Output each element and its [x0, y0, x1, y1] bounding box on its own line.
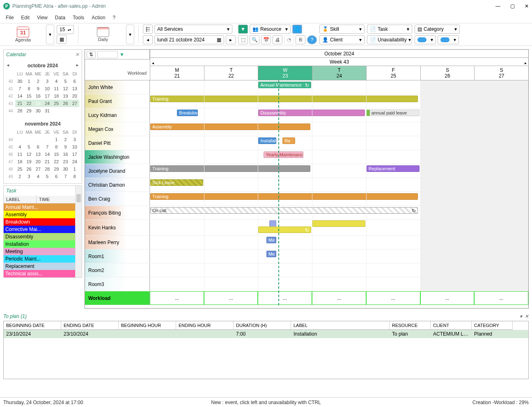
- cal-day[interactable]: 5: [43, 173, 52, 180]
- client-select[interactable]: 👤 Client▾: [319, 35, 365, 44]
- task-bar[interactable]: Installation: [258, 137, 276, 144]
- toplan-col[interactable]: RESOURCE: [390, 321, 431, 330]
- cal-day[interactable]: 30: [15, 78, 24, 85]
- task-scrollbar[interactable]: [75, 186, 82, 277]
- cal-day[interactable]: 2: [61, 136, 70, 143]
- cal-day[interactable]: 18: [15, 158, 24, 165]
- resource-name[interactable]: Jackie Washington: [85, 150, 150, 164]
- daily-button[interactable]: Daily: [83, 27, 124, 42]
- cal-day[interactable]: 24: [70, 158, 79, 165]
- day-header[interactable]: T24: [312, 66, 366, 80]
- cal-day[interactable]: 16: [34, 92, 43, 100]
- cal-day[interactable]: 11: [15, 151, 24, 158]
- cal-day[interactable]: 10: [43, 85, 52, 92]
- task-bar[interactable]: Yearly Maintenance↻: [264, 151, 303, 158]
- day-header[interactable]: S27: [474, 66, 528, 80]
- workload-cell[interactable]: ...: [474, 291, 528, 305]
- toggle1[interactable]: ▾: [415, 35, 436, 44]
- cal-day[interactable]: 2: [34, 78, 43, 85]
- calendar-date-icon[interactable]: 📅: [261, 35, 271, 44]
- cal-day[interactable]: 6: [34, 143, 43, 151]
- task-item[interactable]: Meeting: [4, 248, 82, 255]
- cal-day[interactable]: 9: [61, 143, 70, 151]
- cal-day[interactable]: 19: [25, 158, 34, 165]
- cal-day[interactable]: 13: [70, 85, 79, 92]
- cal-day[interactable]: 12: [61, 85, 70, 92]
- minimize-icon[interactable]: —: [495, 3, 500, 9]
- cal-day[interactable]: 4: [15, 143, 24, 151]
- date-next[interactable]: ▸: [226, 35, 236, 44]
- resource-name[interactable]: Marleen Perry: [85, 236, 150, 249]
- cal-day[interactable]: 11: [52, 85, 61, 92]
- resource-name[interactable]: Room3: [85, 277, 150, 291]
- workload-cell[interactable]: ...: [366, 291, 420, 305]
- cal-day[interactable]: 25: [15, 165, 24, 173]
- task-bar[interactable]: Breakdown: [177, 110, 197, 116]
- task-select[interactable]: 📄 Task▾: [367, 25, 412, 34]
- close-icon[interactable]: ✕: [525, 3, 529, 9]
- cal-day[interactable]: 9: [34, 85, 43, 92]
- cal-day[interactable]: 8: [25, 85, 34, 92]
- day-header[interactable]: W23: [258, 66, 312, 80]
- cal-day[interactable]: 7: [15, 85, 24, 92]
- toolbar-extra-icon[interactable]: ▦: [57, 35, 66, 44]
- cal-day[interactable]: [15, 136, 24, 143]
- day-header[interactable]: F25: [366, 66, 420, 80]
- week-prev[interactable]: ◂: [152, 59, 154, 67]
- day-header[interactable]: S26: [420, 66, 475, 80]
- cal-day[interactable]: 8: [52, 143, 61, 151]
- resource-name[interactable]: Ben Craig: [85, 192, 150, 206]
- cal-day[interactable]: 6: [70, 78, 79, 85]
- toplan-col[interactable]: ENDING HOUR: [176, 321, 234, 330]
- menu-action[interactable]: Action: [92, 15, 105, 21]
- toplan-col[interactable]: CATEGORY: [472, 321, 513, 330]
- cal-day[interactable]: 27: [70, 100, 79, 107]
- cal-day[interactable]: 8: [70, 173, 79, 180]
- hierarchy-icon[interactable]: ⬱: [143, 25, 153, 34]
- cal-day[interactable]: 24: [43, 100, 52, 107]
- task-bar[interactable]: Me: [266, 237, 276, 243]
- day-header[interactable]: M21: [150, 66, 204, 80]
- cal-day[interactable]: 1: [25, 78, 34, 85]
- cal-day[interactable]: 21: [15, 100, 24, 107]
- cal-day[interactable]: [43, 136, 52, 143]
- task-item[interactable]: Corrective Mai...: [4, 226, 82, 233]
- cal-day[interactable]: 16: [61, 151, 70, 158]
- task-item[interactable]: Periodic Maint...: [4, 255, 82, 263]
- task-item[interactable]: Disassembly: [4, 233, 82, 240]
- toplan-cell[interactable]: ACTEMIUM LILLE ...: [431, 330, 472, 338]
- resource-name[interactable]: François Biting: [85, 206, 150, 220]
- cal-day[interactable]: 4: [52, 78, 61, 85]
- resource-name[interactable]: Jocelyne Durand: [85, 164, 150, 178]
- cal-day[interactable]: 1: [70, 165, 79, 173]
- task-bar[interactable]: ↻: [258, 226, 311, 233]
- toplan-col[interactable]: LABEL: [291, 321, 390, 330]
- cal-day[interactable]: 1: [52, 136, 61, 143]
- calendar-close-icon[interactable]: ✕: [75, 52, 79, 57]
- toplan-cell[interactable]: [176, 330, 234, 338]
- resource-name[interactable]: John White: [85, 80, 150, 94]
- task-bar[interactable]: annual paid leave: [367, 110, 420, 116]
- toplan-cell[interactable]: 23/10/2024: [4, 330, 61, 338]
- resource-name[interactable]: Room2: [85, 263, 150, 277]
- cal-day[interactable]: 10: [70, 143, 79, 151]
- toplan-cell[interactable]: To plan: [390, 330, 431, 338]
- task-bar[interactable]: Sick Leave: [150, 179, 203, 186]
- gantt-filter-icon[interactable]: ▼: [119, 52, 124, 57]
- workload-cell[interactable]: ...: [258, 291, 312, 305]
- resource-select[interactable]: 👥 Resource▾: [250, 25, 291, 34]
- cal-day[interactable]: 19: [61, 92, 70, 100]
- task-item[interactable]: Installation: [4, 240, 82, 248]
- cal-day[interactable]: [70, 107, 79, 114]
- workload-cell[interactable]: ...: [204, 291, 258, 305]
- gantt-search-input[interactable]: [97, 51, 118, 58]
- cal-day[interactable]: 31: [43, 107, 52, 114]
- help-icon[interactable]: ?: [307, 35, 317, 44]
- maximize-icon[interactable]: ▢: [510, 3, 515, 9]
- services-select[interactable]: All Services▾: [154, 25, 232, 34]
- cal-day[interactable]: 17: [70, 151, 79, 158]
- cal-day[interactable]: 15: [25, 92, 34, 100]
- task-bar[interactable]: Annual Maintenance↻: [258, 82, 311, 88]
- cal-day[interactable]: 18: [52, 92, 61, 100]
- resource-name[interactable]: Kevin Hanks: [85, 220, 150, 235]
